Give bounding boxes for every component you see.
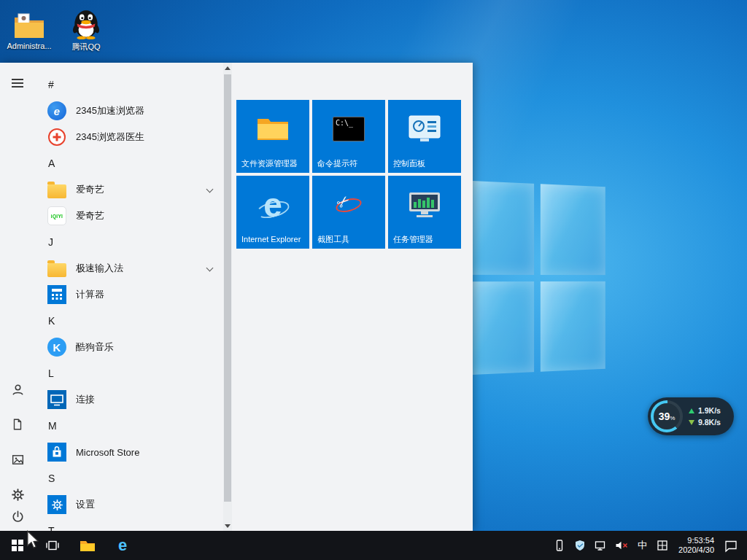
tile-task-manager[interactable]: 任务管理器 (388, 176, 461, 249)
app-item-microsoft-store[interactable]: Microsoft Store (35, 439, 223, 465)
ime-indicator[interactable]: 中 (632, 531, 652, 560)
app-item-jisu-ime-folder[interactable]: 极速输入法 (35, 255, 223, 281)
app-label: 2345浏览器医生 (76, 131, 144, 144)
tile-label: 任务管理器 (393, 235, 458, 245)
scrollbar-thumb[interactable] (224, 74, 231, 502)
task-view-icon (45, 538, 60, 553)
chevron-down-icon[interactable] (206, 265, 214, 272)
cpu-gauge: 39% (651, 400, 683, 432)
start-tiles: 文件资源管理器 C:\_ 命令提示符 控制面板 e Internet Explo… (236, 100, 461, 249)
app-item-iqiyi[interactable]: iQIYI 爱奇艺 (35, 203, 223, 229)
user-folder-icon (4, 6, 54, 39)
app-section-header[interactable]: A (35, 150, 223, 176)
device-tray-icon[interactable] (549, 531, 570, 560)
folder-icon (47, 184, 66, 198)
network-tray-icon[interactable] (590, 531, 611, 560)
input-grid-icon[interactable] (652, 531, 673, 560)
ie-icon: e (263, 188, 282, 222)
kugou-icon: K (47, 338, 66, 357)
tile-label: Internet Explorer (241, 235, 306, 245)
app-section-header[interactable]: S (35, 465, 223, 491)
pictures-icon[interactable] (0, 443, 35, 475)
logo-pane (540, 184, 605, 274)
clock-time: 9:53:54 (687, 536, 714, 545)
control-panel-icon (388, 107, 461, 151)
app-label: 2345加速浏览器 (76, 104, 144, 117)
documents-icon[interactable] (0, 408, 35, 440)
tile-command-prompt[interactable]: C:\_ 命令提示符 (312, 100, 385, 173)
taskbar: e 中 9:53:54 2020/4/30 (0, 531, 747, 560)
iqiyi-icon: iQIYI (47, 206, 66, 225)
qq-penguin-icon (61, 6, 111, 39)
wallpaper-windows-logo (463, 180, 605, 375)
settings-icon (47, 495, 66, 514)
app-item-2345-doctor[interactable]: 2345浏览器医生 (35, 124, 223, 150)
chevron-down-icon[interactable] (206, 186, 214, 193)
app-item-connect[interactable]: 连接 (35, 386, 223, 413)
taskbar-clock[interactable]: 9:53:54 2020/4/30 (673, 531, 720, 560)
tile-control-panel[interactable]: 控制面板 (388, 100, 461, 173)
desktop: Administra... 腾讯QQ (0, 0, 747, 560)
app-label: 极速输入法 (76, 262, 123, 275)
app-label: 爱奇艺 (76, 209, 104, 222)
download-arrow-icon (689, 420, 694, 425)
2345-browser-icon: e (47, 101, 66, 120)
cmd-icon: C:\_ (312, 107, 385, 151)
app-label: 爱奇艺 (76, 183, 104, 196)
app-section-header[interactable]: K (35, 308, 223, 334)
file-explorer-icon (236, 107, 309, 151)
download-speed: 9.8K/s (698, 418, 721, 427)
app-item-kugou[interactable]: K 酷狗音乐 (35, 334, 223, 360)
app-item-calculator[interactable]: 计算器 (35, 281, 223, 308)
tile-internet-explorer[interactable]: e Internet Explorer (236, 176, 309, 249)
power-icon[interactable] (0, 500, 35, 532)
app-label: 计算器 (76, 288, 104, 301)
desktop-icon-label: Administra... (4, 42, 54, 50)
tile-snipping-tool[interactable]: ✂ 截图工具 (312, 176, 385, 249)
connect-icon (47, 390, 66, 409)
file-explorer-taskbar-button[interactable] (70, 531, 105, 560)
snipping-tool-icon: ✂ (312, 183, 385, 227)
scroll-up-arrow[interactable] (223, 63, 232, 73)
app-section-header[interactable]: J (35, 229, 223, 255)
2345-doctor-icon (48, 128, 66, 146)
calculator-icon (47, 285, 66, 304)
tile-label: 控制面板 (393, 159, 458, 169)
app-section-header[interactable]: M (35, 413, 223, 439)
app-list-scrollbar[interactable] (223, 63, 232, 531)
net-speed-widget[interactable]: 39% 1.9K/s 9.8K/s (648, 397, 734, 435)
upload-arrow-icon (689, 408, 694, 413)
app-label: 连接 (76, 393, 95, 406)
start-menu: # e 2345加速浏览器 2345浏览器医生 A 爱奇艺 iQIYI 爱奇艺 … (0, 63, 473, 531)
folder-icon (80, 539, 96, 552)
tile-label: 命令提示符 (317, 159, 382, 169)
app-item-settings[interactable]: 设置 (35, 491, 223, 518)
desktop-icon-administrator[interactable]: Administra... (4, 6, 54, 50)
tile-label: 截图工具 (317, 235, 382, 245)
user-icon[interactable] (0, 373, 35, 405)
app-item-2345-browser[interactable]: e 2345加速浏览器 (35, 98, 223, 124)
volume-muted-icon[interactable] (611, 531, 632, 560)
internet-explorer-taskbar-button[interactable]: e (105, 531, 140, 560)
app-list: # e 2345加速浏览器 2345浏览器医生 A 爱奇艺 iQIYI 爱奇艺 … (35, 63, 223, 531)
app-section-header[interactable]: # (35, 71, 223, 98)
desktop-icon-qq[interactable]: 腾讯QQ (61, 6, 111, 52)
logo-pane (463, 281, 533, 376)
gauge-percent-unit: % (670, 415, 675, 421)
task-manager-icon (388, 183, 461, 227)
tile-file-explorer[interactable]: 文件资源管理器 (236, 100, 309, 173)
start-menu-rail (0, 63, 35, 531)
app-label: 酷狗音乐 (76, 341, 114, 354)
desktop-icon-label: 腾讯QQ (61, 42, 111, 52)
shield-tray-icon[interactable] (570, 531, 590, 560)
start-button[interactable] (0, 531, 35, 560)
action-center-button[interactable] (720, 531, 747, 560)
menu-icon[interactable] (0, 67, 35, 99)
app-section-header[interactable]: T (35, 518, 223, 531)
scroll-down-arrow[interactable] (223, 521, 232, 531)
app-section-header[interactable]: L (35, 360, 223, 386)
task-view-button[interactable] (35, 531, 70, 560)
app-item-iqiyi-folder[interactable]: 爱奇艺 (35, 176, 223, 203)
folder-icon (47, 263, 66, 277)
system-tray: 中 9:53:54 2020/4/30 (549, 531, 747, 560)
